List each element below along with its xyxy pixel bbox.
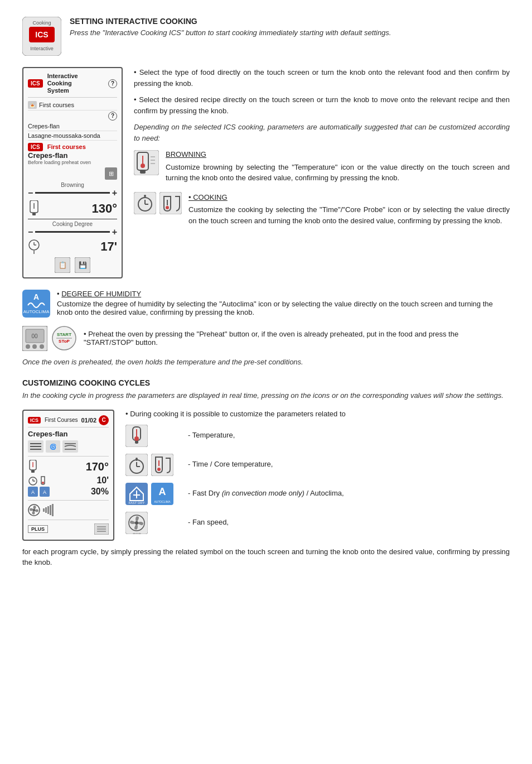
svg-rect-76	[52, 504, 54, 516]
svg-point-71	[33, 509, 35, 511]
panel2-pct-value[interactable]: 30%	[91, 487, 109, 497]
panel2-plus-btn[interactable]: PLUS	[28, 525, 48, 533]
svg-point-65	[42, 482, 44, 484]
clock-icon	[125, 454, 148, 476]
autoclima-list-icon: A AUTOCLIMA	[151, 483, 173, 505]
svg-point-44	[32, 344, 37, 349]
humidity-feature: A AUTOCLIMA • DEGREE OF HUMIDITY Customi…	[22, 290, 510, 318]
cooking-value-row: 17'	[28, 239, 117, 254]
device-recipe-section: ICS First courses Crepes-flan Before loa…	[28, 143, 117, 273]
device-ics-title: Interactive Cooking System	[47, 73, 78, 95]
svg-rect-60	[31, 470, 35, 473]
svg-text:A: A	[33, 292, 39, 301]
during-cooking-text: • During cooking it is possible to custo…	[125, 410, 510, 418]
device-bottom-icons: 📋 💾	[28, 257, 117, 273]
svg-rect-73	[45, 507, 47, 513]
bullet2-text: • Select the desired recipe directly on …	[134, 94, 510, 116]
svg-text:A: A	[43, 489, 46, 495]
right-text-section: • Select the type of food directly on th…	[134, 67, 510, 278]
svg-point-45	[40, 344, 44, 349]
panel2-temp-value[interactable]: 170°	[86, 460, 109, 473]
help-badge-2[interactable]: ?	[108, 112, 117, 121]
right-list: • During cooking it is possible to custo…	[125, 410, 510, 541]
final-text: for each program cycle, by simply pressi…	[22, 546, 510, 568]
svg-text:⊞: ⊞	[109, 170, 114, 177]
panel2-icons-row: 🌀	[28, 440, 109, 453]
fastdry-icons: FAST DRY A AUTOCLIMA	[125, 483, 181, 505]
browning-value-row: 130°	[28, 200, 117, 217]
svg-text:FAST DRY: FAST DRY	[128, 501, 144, 504]
list-item-fastdry: FAST DRY A AUTOCLIMA - Fast Dry (in conv…	[125, 483, 510, 505]
svg-rect-72	[43, 508, 45, 512]
svg-point-43	[26, 344, 30, 349]
device-recipe1[interactable]: Crepes-flan	[28, 122, 117, 131]
svg-text:AUTOCLIMA: AUTOCLIMA	[154, 500, 171, 503]
svg-point-24	[141, 164, 145, 168]
thermometer-icon	[125, 425, 148, 447]
ics-logo-icon: Cooking ICS Interactive	[22, 17, 61, 56]
svg-text:START: START	[57, 332, 71, 337]
temperature-label: - Temperature,	[188, 430, 235, 440]
cooking-title: • COOKING	[188, 192, 510, 203]
svg-text:📋: 📋	[59, 261, 67, 269]
temperature-icons	[125, 425, 181, 447]
svg-text:SToP: SToP	[59, 339, 70, 344]
c-button[interactable]: C	[99, 415, 109, 425]
cooking-feature: • COOKING Customize the cooking by selec…	[134, 192, 510, 227]
svg-point-102	[135, 521, 138, 525]
start-stop-icon[interactable]: START SToP	[52, 326, 77, 351]
cooking-probe-icon	[159, 192, 182, 214]
device-menu-item1[interactable]: 🍝 First courses	[28, 100, 117, 110]
svg-text:A: A	[31, 489, 35, 495]
cooking-text: • COOKING Customize the cooking by selec…	[188, 192, 510, 227]
svg-text:💾: 💾	[79, 261, 87, 269]
help-badge[interactable]: ?	[108, 79, 117, 88]
fan-icons: ⓜⓢⓜ	[125, 512, 181, 534]
panel2-temp-row: 170°	[28, 460, 109, 474]
svg-point-90	[136, 458, 138, 460]
page-title: SETTING INTERACTIVE COOKING	[70, 17, 391, 26]
fastdry-label: - Fast Dry (in convection mode only) / A…	[188, 488, 344, 498]
ics-badge-small: ICS	[28, 143, 43, 151]
svg-point-36	[166, 206, 169, 209]
list-item-time: - Time / Core temperature,	[125, 454, 510, 476]
panel2-recipe-name: Crepes-flan	[28, 430, 109, 438]
panel2-time-value[interactable]: 10'	[96, 475, 109, 486]
customizing-subtitle: In the cooking cycle in progress the par…	[22, 390, 510, 401]
cooking-time-icon	[134, 192, 156, 214]
header-subtitle: Press the "Interactive Cooking ICS" butt…	[70, 28, 391, 37]
svg-text:AUTOCLIMA: AUTOCLIMA	[23, 309, 50, 314]
list-item-temperature: - Temperature,	[125, 425, 510, 447]
device-header-row: ICS Interactive Cooking System ?	[28, 73, 117, 98]
fan-speed-icon: ⓜⓢⓜ	[125, 512, 148, 534]
svg-point-85	[134, 436, 139, 441]
fastdry-icon: FAST DRY	[125, 483, 148, 505]
panel2-counter: 01/02	[81, 417, 96, 424]
fan-label: - Fan speed,	[188, 517, 229, 527]
svg-rect-10	[32, 213, 36, 215]
panel2-header: ICS First Courses 01/02 C	[28, 415, 109, 427]
humidity-body: Customize the degree of humidity by sele…	[57, 300, 493, 316]
device-recipe2[interactable]: Lasagne-moussaka-sonda	[28, 131, 117, 141]
browning-title: BROWNING	[166, 149, 510, 160]
svg-rect-74	[47, 506, 49, 514]
panel2-fan-row	[28, 504, 109, 516]
core-probe-icon	[151, 454, 173, 476]
cooking-value[interactable]: 17'	[100, 239, 117, 254]
ics-badge-p2: ICS	[28, 417, 41, 424]
main-content: ICS Interactive Cooking System ? 🍝 First…	[22, 67, 510, 278]
header-text: SETTING INTERACTIVE COOKING Press the "I…	[70, 17, 391, 37]
svg-text:00: 00	[31, 333, 38, 339]
panel2-first-courses: First Courses	[45, 417, 78, 423]
device-panel-2: ICS First Courses 01/02 C Crepes-flan 🌀	[22, 410, 114, 541]
browning-text: BROWNING Customize browning by selecting…	[166, 149, 510, 184]
svg-point-93	[157, 468, 161, 471]
preheat-text: • Preheat the oven by pressing the "Preh…	[84, 330, 510, 347]
time-icons	[125, 454, 181, 476]
browning-icon	[134, 150, 159, 175]
list-item-fan: ⓜⓢⓜ - Fan speed,	[125, 512, 510, 534]
ics-badge: ICS	[28, 79, 43, 88]
browning-value[interactable]: 130°	[91, 201, 117, 216]
svg-text:Cooking: Cooking	[32, 20, 51, 26]
svg-rect-22	[140, 170, 146, 174]
